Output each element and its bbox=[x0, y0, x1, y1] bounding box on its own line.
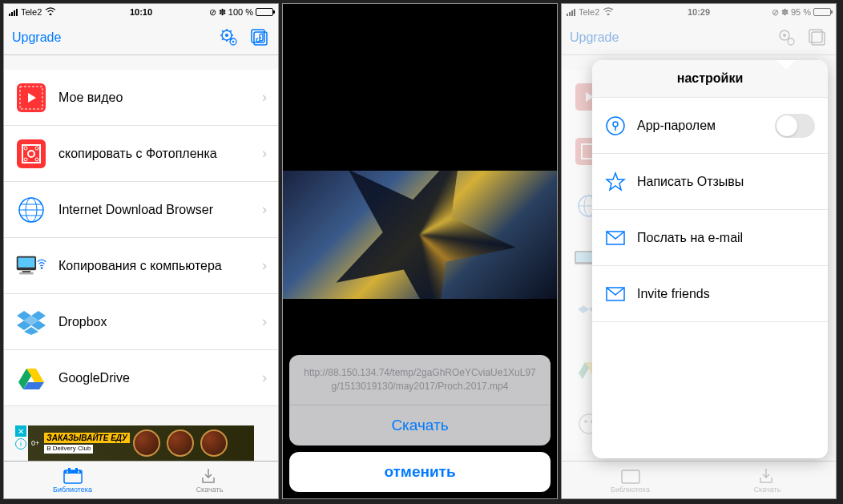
popover-label: App-паролем bbox=[637, 119, 764, 133]
popover-row-review[interactable]: Написать Отзывы bbox=[592, 154, 828, 210]
svg-point-38 bbox=[67, 471, 68, 473]
video-frame[interactable] bbox=[283, 4, 557, 305]
phone-screen-library: Tele2 10:10 ⊘ ✽ 100 % Upgrade Мое видео bbox=[3, 3, 279, 499]
computer-wifi-icon bbox=[15, 250, 47, 282]
svg-point-39 bbox=[78, 471, 79, 473]
ad-info-icon[interactable]: i bbox=[15, 438, 26, 450]
google-drive-icon bbox=[15, 362, 47, 394]
popover-label: Послать на e-mail bbox=[637, 231, 815, 245]
row-label: Internet Download Browser bbox=[58, 203, 262, 217]
status-bar: Tele2 10:29 ⊘ ✽ 95 % bbox=[562, 4, 836, 20]
library-tab-icon bbox=[63, 467, 83, 485]
svg-point-61 bbox=[584, 420, 587, 423]
ad-close-icon[interactable]: ✕ bbox=[15, 425, 26, 437]
settings-gear-icon[interactable] bbox=[219, 27, 240, 48]
svg-rect-9 bbox=[17, 139, 46, 168]
row-label: скопировать с Фотопленка bbox=[58, 147, 262, 161]
chevron-right-icon: › bbox=[262, 145, 267, 162]
popover-title: настройки bbox=[592, 60, 828, 98]
bluetooth-icon: ✽ bbox=[219, 7, 226, 18]
row-computer-copy[interactable]: Копирования с компьютера › bbox=[4, 238, 278, 294]
dropbox-icon bbox=[15, 306, 47, 338]
music-library-icon[interactable] bbox=[807, 27, 828, 48]
tab-label: Библиотека bbox=[611, 486, 650, 494]
svg-rect-24 bbox=[19, 272, 33, 274]
ad-age-badge: 0+ bbox=[31, 439, 39, 447]
tab-download[interactable]: Скачать bbox=[141, 462, 278, 498]
tab-label: Скачать bbox=[196, 486, 224, 494]
row-dropbox[interactable]: Dropbox › bbox=[4, 294, 278, 350]
tab-library[interactable]: Библиотека bbox=[4, 462, 141, 498]
row-internet-browser[interactable]: Internet Download Browser › bbox=[4, 182, 278, 238]
row-label: Мое видео bbox=[58, 91, 262, 105]
tab-library[interactable]: Библиотека bbox=[562, 462, 699, 498]
row-my-video[interactable]: Мое видео › bbox=[4, 70, 278, 126]
svg-point-3 bbox=[232, 40, 235, 42]
popover-row-email[interactable]: Послать на e-mail bbox=[592, 210, 828, 266]
svg-rect-41 bbox=[75, 468, 78, 471]
video-thumbnail bbox=[283, 171, 557, 299]
battery-icon bbox=[813, 8, 831, 16]
rotation-lock-icon: ⊘ bbox=[209, 7, 216, 18]
row-label: Dropbox bbox=[58, 315, 262, 329]
ad-pizza-image bbox=[167, 429, 194, 457]
upgrade-button[interactable]: Upgrade bbox=[12, 30, 219, 45]
download-tab-icon bbox=[757, 467, 778, 485]
lock-icon bbox=[605, 115, 626, 136]
svg-point-1 bbox=[225, 34, 228, 37]
row-label: GoogleDrive bbox=[58, 371, 262, 385]
signal-icon bbox=[9, 9, 18, 16]
download-url-text: http://88.150.134.74/temp/2gaGhROeYCviaU… bbox=[289, 355, 551, 405]
settings-gear-icon[interactable] bbox=[776, 27, 797, 48]
row-camera-roll[interactable]: скопировать с Фотопленка › bbox=[4, 126, 278, 182]
mail-icon bbox=[605, 228, 626, 248]
popover-label: Написать Отзывы bbox=[637, 175, 815, 189]
bluetooth-icon: ✽ bbox=[781, 7, 789, 18]
phone-screen-video: http://88.150.134.74/temp/2gaGhROeYCviaU… bbox=[282, 3, 558, 499]
tab-bar: Библиотека Скачать bbox=[562, 461, 836, 498]
ad-pizza-image bbox=[200, 429, 228, 457]
wifi-icon bbox=[603, 7, 614, 17]
battery-icon bbox=[256, 8, 273, 16]
ad-banner[interactable]: ✕ i 0+ ЗАКАЗЫВАЙТЕ ЕДУ В Delivery Club bbox=[28, 425, 254, 461]
tab-bar: Библиотека Скачать bbox=[4, 461, 278, 498]
popover-row-app-password[interactable]: App-паролем bbox=[592, 98, 828, 154]
upgrade-button[interactable]: Upgrade bbox=[570, 30, 776, 45]
download-button[interactable]: Скачать bbox=[289, 405, 551, 446]
chevron-right-icon: › bbox=[262, 257, 267, 274]
svg-marker-67 bbox=[607, 173, 624, 190]
svg-point-65 bbox=[613, 122, 618, 127]
svg-rect-54 bbox=[575, 251, 594, 264]
action-sheet: http://88.150.134.74/temp/2gaGhROeYCviaU… bbox=[289, 355, 551, 492]
svg-rect-23 bbox=[22, 271, 30, 272]
tab-download[interactable]: Скачать bbox=[699, 462, 836, 498]
star-icon bbox=[605, 171, 626, 192]
chevron-right-icon: › bbox=[262, 369, 267, 386]
tab-label: Скачать bbox=[754, 486, 781, 494]
chevron-right-icon: › bbox=[262, 89, 267, 106]
clock: 10:29 bbox=[688, 7, 710, 17]
cancel-button[interactable]: отменить bbox=[289, 452, 551, 492]
clock: 10:10 bbox=[130, 7, 152, 17]
signal-icon bbox=[567, 9, 575, 16]
svg-rect-40 bbox=[68, 468, 71, 471]
popover-row-invite[interactable]: Invite friends bbox=[592, 266, 828, 322]
svg-rect-55 bbox=[576, 252, 592, 262]
battery-text: 100 % bbox=[228, 7, 253, 17]
toggle-switch[interactable] bbox=[775, 114, 815, 138]
source-list: Мое видео › скопировать с Фотопленка › I… bbox=[4, 70, 278, 406]
video-icon bbox=[15, 82, 47, 114]
wifi-icon bbox=[45, 7, 56, 17]
carrier-label: Tele2 bbox=[579, 7, 599, 17]
phone-screen-settings: Tele2 10:29 ⊘ ✽ 95 % Upgrade bbox=[561, 3, 837, 499]
row-google-drive[interactable]: GoogleDrive › bbox=[4, 350, 278, 406]
svg-point-25 bbox=[41, 267, 43, 269]
svg-point-64 bbox=[607, 117, 624, 135]
tab-label: Библиотека bbox=[53, 486, 92, 494]
svg-point-44 bbox=[788, 38, 794, 45]
row-label: Копирования с компьютера bbox=[58, 259, 262, 273]
mail-icon bbox=[605, 284, 626, 304]
music-library-icon[interactable] bbox=[249, 27, 270, 48]
chevron-right-icon: › bbox=[262, 313, 267, 330]
svg-rect-22 bbox=[18, 257, 34, 267]
